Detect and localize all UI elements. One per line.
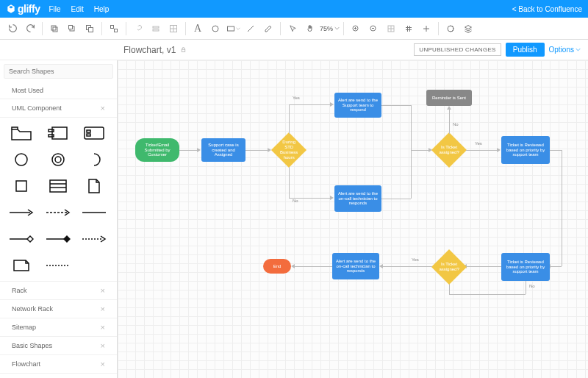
shape-component2[interactable] [79,124,110,143]
table-icon[interactable] [165,21,182,37]
top-menubar: gliffy File Edit Help < Back to Confluen… [0,0,588,18]
cat-sitemap[interactable]: Sitemap× [0,318,117,337]
publish-button[interactable]: Publish [506,43,545,57]
canvas[interactable]: Ticket/Email Submitted by Customer Suppo… [118,60,588,378]
label-yes: Yes [412,257,419,262]
shape-list[interactable] [43,176,74,196]
svg-rect-9 [153,29,159,31]
shape-note[interactable] [6,256,37,275]
shape-folder[interactable] [6,124,37,143]
options-dropdown[interactable]: Options [549,46,581,54]
circle-tool-icon[interactable] [207,21,223,37]
menu-file[interactable]: File [49,5,60,13]
layers-icon[interactable] [460,21,476,37]
menu-items: File Edit Help [49,5,109,13]
shape-grid [0,118,117,282]
shape-line[interactable] [79,203,110,222]
label-no: No [293,199,298,203]
shape-arc[interactable] [79,150,110,169]
copy-icon[interactable] [46,21,62,37]
snap-icon[interactable] [418,21,434,37]
pointer-tool-icon[interactable] [284,21,301,37]
svg-point-24 [15,154,27,165]
cat-images[interactable]: Images× [0,374,117,378]
node-reminder[interactable]: Reminder is Sent [426,90,472,106]
line-tool-icon[interactable] [243,21,259,37]
cat-rack[interactable]: Rack× [0,282,117,300]
zoom-in-icon[interactable] [348,21,364,37]
svg-rect-6 [111,25,114,28]
close-icon[interactable]: × [101,341,105,350]
svg-point-26 [55,157,61,163]
theme-icon[interactable] [442,21,459,37]
undo-icon[interactable] [4,21,21,37]
grid-icon[interactable] [401,21,417,37]
rect-tool-icon[interactable] [225,21,241,37]
close-icon[interactable]: × [101,304,105,313]
back-icon[interactable] [82,21,98,37]
svg-rect-8 [153,26,159,28]
close-icon[interactable]: × [101,286,105,295]
search-shapes [0,60,117,82]
shape-ring[interactable] [43,150,74,169]
layer-icon[interactable] [148,21,164,37]
shape-arrow-solid[interactable] [6,203,37,222]
cat-most-used[interactable]: Most Used [0,82,117,99]
cat-uml[interactable]: UML Component× [0,99,117,118]
redo-icon[interactable] [22,21,38,37]
svg-rect-19 [49,129,54,132]
close-icon[interactable]: × [101,360,105,368]
shape-dots[interactable] [43,256,74,275]
shape-circle[interactable] [6,150,37,169]
back-to-confluence[interactable]: < Back to Confluence [512,5,582,13]
shape-doc[interactable] [79,176,110,196]
node-decision-assigned1[interactable]: Is Ticket assigned? [431,132,467,168]
cat-network-rack[interactable]: Network Rack× [0,300,117,318]
cat-basic[interactable]: Basic Shapes× [0,337,117,355]
svg-rect-5 [89,27,93,32]
node-end[interactable]: End [263,259,291,274]
group-icon[interactable] [106,21,122,37]
shape-arrow-dash2[interactable] [79,229,110,249]
text-icon[interactable]: A [190,21,206,37]
svg-rect-0 [53,27,57,32]
shape-component[interactable] [43,124,74,143]
pen-tool-icon[interactable] [260,21,276,37]
node-alert-oncall2[interactable]: Alert are send to the on-call technician… [332,253,379,279]
svg-rect-3 [69,25,73,29]
svg-point-11 [212,26,218,32]
fit-icon[interactable] [383,21,399,37]
node-review1[interactable]: Ticket is Reviewed based on priority by … [501,136,550,164]
doc-title[interactable]: Flowchart, v1 [123,45,187,55]
link-icon[interactable] [130,21,146,37]
shape-lolli-fill[interactable] [43,229,74,249]
search-input[interactable] [4,64,113,79]
node-alert-support[interactable]: Alert are send to the Support team to re… [334,93,381,118]
hand-tool-icon[interactable] [302,21,318,37]
svg-rect-23 [87,134,90,136]
shape-arrow-dash[interactable] [43,203,74,222]
zoom-out-icon[interactable] [365,21,381,37]
close-icon[interactable]: × [101,323,105,332]
label-yes: Yes [293,96,300,100]
front-icon[interactable] [64,21,80,37]
svg-rect-27 [16,181,26,191]
node-case[interactable]: Support case is created and Assigned [201,138,245,162]
zoom-level[interactable]: 75% [320,25,340,32]
node-decision-assigned2[interactable]: Is Ticket assigned? [431,249,467,285]
node-alert-oncall1[interactable]: Alert are send to the on-call technician… [334,185,381,212]
node-start[interactable]: Ticket/Email Submitted by Customer [135,138,179,162]
menu-edit[interactable]: Edit [71,5,84,13]
shapes-panel: Most Used UML Component× Rack× Network R… [0,60,118,378]
node-review2[interactable]: Ticket is Reviewed based on priority by … [501,253,550,281]
svg-rect-20 [49,135,54,137]
shape-lolli-open[interactable] [6,229,37,249]
cat-flowchart[interactable]: Flowchart× [0,355,117,374]
shape-square[interactable] [6,176,37,196]
node-decision-hours[interactable]: During STD Business hours [271,132,306,168]
svg-rect-1 [51,26,56,30]
svg-rect-22 [87,130,90,132]
brand-logo: gliffy [6,3,40,15]
close-icon[interactable]: × [101,104,105,113]
menu-help[interactable]: Help [94,5,110,13]
